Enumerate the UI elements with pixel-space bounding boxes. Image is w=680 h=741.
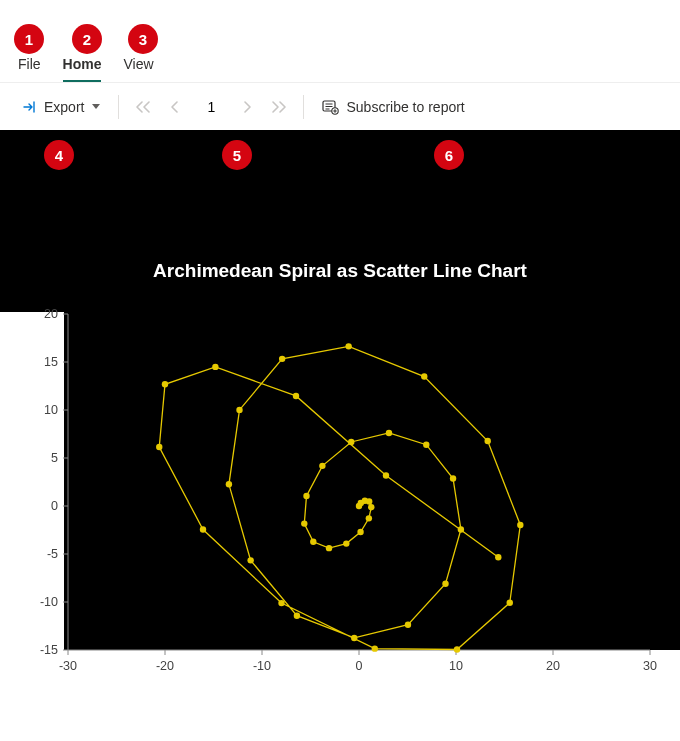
svg-text:0: 0 bbox=[51, 499, 58, 513]
export-button[interactable]: Export bbox=[14, 95, 108, 119]
subscribe-icon bbox=[322, 99, 340, 115]
svg-text:-15: -15 bbox=[40, 643, 58, 657]
svg-point-76 bbox=[495, 554, 501, 560]
svg-point-62 bbox=[345, 343, 351, 349]
svg-rect-3 bbox=[0, 650, 680, 690]
svg-point-72 bbox=[162, 381, 168, 387]
svg-point-71 bbox=[156, 444, 162, 450]
svg-point-67 bbox=[454, 646, 460, 652]
svg-point-54 bbox=[442, 581, 448, 587]
callout-badge: 3 bbox=[128, 24, 158, 54]
subscribe-label: Subscribe to report bbox=[346, 99, 464, 115]
svg-text:20: 20 bbox=[44, 307, 58, 321]
subscribe-button[interactable]: Subscribe to report bbox=[314, 95, 472, 119]
svg-point-61 bbox=[279, 356, 285, 362]
next-page-icon bbox=[242, 101, 252, 113]
svg-point-66 bbox=[507, 600, 513, 606]
svg-text:0: 0 bbox=[356, 659, 363, 673]
svg-text:-10: -10 bbox=[40, 595, 58, 609]
svg-point-53 bbox=[458, 526, 464, 532]
svg-point-65 bbox=[517, 522, 523, 528]
callout-badge: 5 bbox=[222, 140, 252, 170]
svg-point-56 bbox=[351, 635, 357, 641]
svg-point-60 bbox=[236, 407, 242, 413]
scatter-chart: -15-10-505101520-30-20-100102030 bbox=[0, 300, 680, 690]
svg-point-44 bbox=[326, 545, 332, 551]
svg-point-45 bbox=[310, 539, 316, 545]
svg-point-70 bbox=[200, 526, 206, 532]
next-page-button[interactable] bbox=[233, 93, 261, 121]
tab-file[interactable]: File bbox=[18, 56, 41, 82]
svg-point-46 bbox=[301, 520, 307, 526]
svg-point-63 bbox=[421, 373, 427, 379]
svg-text:-30: -30 bbox=[59, 659, 77, 673]
prev-page-button[interactable] bbox=[161, 93, 189, 121]
svg-point-42 bbox=[357, 529, 363, 535]
menu-tabs: File Home View bbox=[0, 0, 680, 82]
svg-point-40 bbox=[368, 504, 374, 510]
svg-point-59 bbox=[226, 481, 232, 487]
svg-text:-10: -10 bbox=[253, 659, 271, 673]
toolbar: Export bbox=[0, 82, 680, 130]
export-label: Export bbox=[44, 99, 84, 115]
svg-text:5: 5 bbox=[51, 451, 58, 465]
tab-view[interactable]: View bbox=[123, 56, 153, 82]
svg-text:30: 30 bbox=[643, 659, 657, 673]
toolbar-divider bbox=[303, 95, 304, 119]
svg-point-58 bbox=[247, 557, 253, 563]
tab-home[interactable]: Home bbox=[63, 56, 102, 82]
svg-point-50 bbox=[386, 430, 392, 436]
pager bbox=[129, 93, 293, 121]
chevron-down-icon bbox=[92, 104, 100, 109]
svg-point-74 bbox=[293, 393, 299, 399]
svg-text:20: 20 bbox=[546, 659, 560, 673]
svg-point-47 bbox=[303, 493, 309, 499]
first-page-icon bbox=[136, 101, 150, 113]
last-page-button[interactable] bbox=[265, 93, 293, 121]
prev-page-icon bbox=[170, 101, 180, 113]
svg-point-68 bbox=[372, 645, 378, 651]
svg-point-41 bbox=[366, 515, 372, 521]
svg-point-64 bbox=[485, 438, 491, 444]
svg-point-69 bbox=[278, 600, 284, 606]
svg-point-43 bbox=[343, 540, 349, 546]
export-icon bbox=[22, 99, 38, 115]
callout-badge: 6 bbox=[434, 140, 464, 170]
svg-point-51 bbox=[423, 442, 429, 448]
svg-text:-20: -20 bbox=[156, 659, 174, 673]
last-page-icon bbox=[272, 101, 286, 113]
svg-text:-5: -5 bbox=[47, 547, 58, 561]
report-area: Archimedean Spiral as Scatter Line Chart… bbox=[0, 130, 680, 690]
toolbar-divider bbox=[118, 95, 119, 119]
svg-point-73 bbox=[212, 364, 218, 370]
svg-point-57 bbox=[294, 612, 300, 618]
svg-text:15: 15 bbox=[44, 355, 58, 369]
svg-point-48 bbox=[319, 463, 325, 469]
svg-point-75 bbox=[383, 472, 389, 478]
first-page-button[interactable] bbox=[129, 93, 157, 121]
svg-point-39 bbox=[366, 498, 372, 504]
svg-point-55 bbox=[405, 621, 411, 627]
callout-badge: 2 bbox=[72, 24, 102, 54]
svg-text:10: 10 bbox=[44, 403, 58, 417]
chart-title: Archimedean Spiral as Scatter Line Chart bbox=[0, 260, 680, 282]
callout-badge: 4 bbox=[44, 140, 74, 170]
page-number-input[interactable] bbox=[193, 98, 229, 116]
svg-point-49 bbox=[348, 439, 354, 445]
callout-badge: 1 bbox=[14, 24, 44, 54]
svg-text:10: 10 bbox=[449, 659, 463, 673]
svg-point-52 bbox=[450, 475, 456, 481]
